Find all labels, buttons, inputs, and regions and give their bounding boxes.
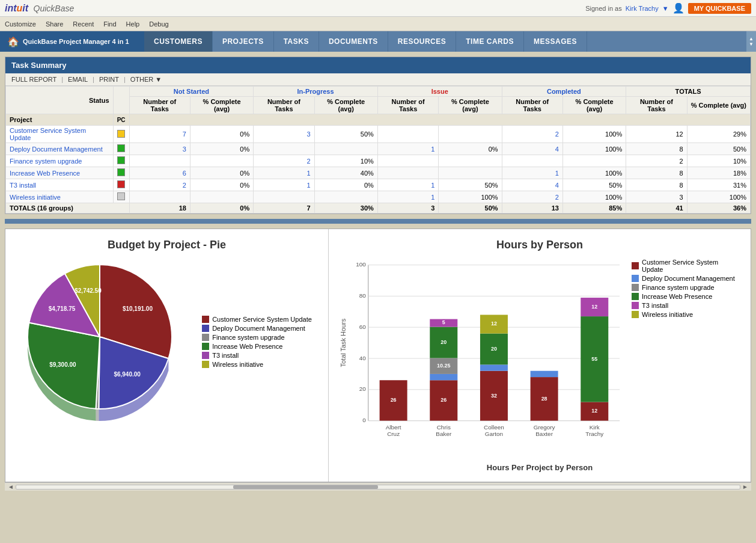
chart-spacer — [5, 224, 751, 229]
svg-text:Trachy: Trachy — [585, 431, 603, 437]
menu-customize[interactable]: Customize — [5, 20, 36, 28]
iss-pct-header: % Complete (avg) — [439, 97, 502, 114]
menu-share[interactable]: Share — [46, 20, 63, 28]
table-row: Wireless initiative 1 100% 2 100% 3 100% — [6, 191, 751, 203]
legend-color — [202, 352, 209, 359]
bar-legend-item: Finance system upgrade — [632, 284, 741, 291]
bar-legend-label: Customer Service System Update — [642, 259, 741, 273]
totals-ip-tasks: 7 — [254, 203, 314, 213]
bar-legend-color — [632, 311, 639, 318]
bar-chart-panel: Hours by Person 020406080100Total Task H… — [329, 229, 751, 482]
table-row: Finance system upgrade 2 10% 2 10% — [6, 155, 751, 167]
svg-text:$9,300.00: $9,300.00 — [49, 361, 76, 368]
username[interactable]: Kirk Trachy — [626, 5, 659, 12]
svg-rect-47 — [531, 371, 558, 377]
svg-text:32: 32 — [491, 393, 497, 399]
totals-ns-pct: 0% — [190, 203, 253, 213]
legend-color — [202, 343, 209, 350]
menu-find[interactable]: Find — [103, 20, 116, 28]
tot-pct-header: % Complete (avg) — [687, 97, 750, 114]
svg-text:100: 100 — [356, 261, 366, 268]
nav-tab-resources[interactable]: RESOURCES — [388, 31, 457, 52]
pie-chart-title: Budget by Project - Pie — [108, 239, 226, 251]
summary-table: Status Not Started In-Progress Issue Com… — [5, 86, 751, 213]
totals-row: TOTALS (16 groups) 18 0% 7 30% 3 50% 13 … — [6, 203, 751, 213]
bar-chart-subtitle: Hours Per Project by Person — [487, 463, 593, 472]
legend-label: Wireless initiative — [212, 361, 263, 368]
vertical-scrollbar[interactable]: ▲ ▼ — [746, 31, 756, 52]
svg-text:80: 80 — [359, 292, 367, 299]
totals-iss-tasks: 3 — [377, 203, 438, 213]
svg-text:Albert: Albert — [386, 424, 401, 431]
legend-color — [202, 361, 209, 368]
legend-item: Customer Service System Update — [202, 316, 312, 323]
menu-debug[interactable]: Debug — [149, 20, 168, 28]
nav-tab-projects[interactable]: PROJECTS — [213, 31, 274, 52]
svg-text:12: 12 — [491, 321, 497, 327]
bar-legend-label: Deploy Document Management — [642, 275, 735, 282]
svg-rect-38 — [480, 364, 508, 370]
svg-text:10.25: 10.25 — [437, 363, 450, 369]
bar-legend: Customer Service System Update Deploy Do… — [632, 259, 741, 463]
nav-tab-timecards[interactable]: TIME CARDS — [456, 31, 524, 52]
bar-legend-label: Wireless initiative — [642, 311, 693, 318]
bar-chart-svg: 020406080100Total Task Hours26AlbertCruz… — [338, 259, 626, 463]
svg-text:Baker: Baker — [436, 431, 452, 437]
svg-text:26: 26 — [391, 397, 397, 403]
bar-legend-color — [632, 284, 639, 291]
scroll-right-arrow[interactable]: ► — [740, 483, 750, 490]
nav-tab-customers[interactable]: CUSTOMERS — [144, 31, 213, 52]
bar-legend-item: Deploy Document Management — [632, 275, 741, 282]
my-quickbase-button[interactable]: MY QUICKBASE — [688, 3, 751, 14]
task-actions-bar: FULL REPORT | EMAIL | PRINT | OTHER ▼ — [5, 73, 751, 86]
legend-item: Wireless initiative — [202, 361, 312, 368]
ns-tasks-header: Number of Tasks — [129, 97, 190, 114]
bar-legend-color — [632, 275, 639, 282]
nav-bar: 🏠 QuickBase Project Manager 4 in 1 CUSTO… — [0, 31, 756, 52]
print-link[interactable]: PRINT — [94, 76, 124, 83]
totals-total-pct: 36% — [687, 203, 750, 213]
totals-label: TOTALS (16 groups) — [6, 203, 130, 213]
other-dropdown[interactable]: OTHER ▼ — [126, 76, 166, 83]
task-summary-panel: Task Summary FULL REPORT | EMAIL | PRINT… — [5, 57, 751, 214]
ip-pct-header: % Complete (avg) — [314, 97, 377, 114]
ip-tasks-header: Number of Tasks — [254, 97, 314, 114]
bar-container: 020406080100Total Task Hours26AlbertCruz… — [338, 259, 741, 463]
ns-pct-header: % Complete (avg) — [190, 97, 253, 114]
legend-color — [202, 316, 209, 323]
nav-tab-tasks[interactable]: TASKS — [274, 31, 319, 52]
horizontal-scrollbar[interactable]: ◄ ► — [5, 482, 751, 491]
svg-text:Total Task Hours: Total Task Hours — [340, 318, 347, 367]
table-row: T3 install 2 0% 1 0% 1 50% 4 50% 8 31% — [6, 179, 751, 191]
totals-iss-pct: 50% — [439, 203, 502, 213]
nav-tab-documents[interactable]: DOCUMENTS — [319, 31, 388, 52]
full-report-link[interactable]: FULL REPORT — [11, 76, 61, 83]
svg-text:$4,718.75: $4,718.75 — [49, 305, 76, 312]
pie-container: $10,191.00$6,940.00$9,300.00$4,718.75$2,… — [22, 259, 312, 427]
svg-text:20: 20 — [359, 385, 367, 392]
chart-separator — [5, 219, 751, 224]
pie-chart-svg: $10,191.00$6,940.00$9,300.00$4,718.75$2,… — [22, 259, 190, 427]
main-content: Task Summary FULL REPORT | EMAIL | PRINT… — [0, 52, 756, 495]
user-dropdown-icon[interactable]: ▼ — [662, 5, 669, 12]
signed-in-label: Signed in as — [585, 5, 622, 12]
menu-recent[interactable]: Recent — [73, 20, 94, 28]
svg-text:Gregory: Gregory — [534, 424, 555, 431]
email-link[interactable]: EMAIL — [63, 76, 93, 83]
svg-text:40: 40 — [359, 355, 367, 361]
bar-legend-label: Finance system upgrade — [642, 284, 714, 291]
svg-text:Kirk: Kirk — [590, 424, 600, 431]
totals-header: TOTALS — [626, 87, 751, 97]
scroll-track[interactable] — [16, 485, 740, 489]
svg-text:$2,742.50: $2,742.50 — [75, 287, 102, 294]
tot-tasks-header: Number of Tasks — [626, 97, 687, 114]
scroll-left-arrow[interactable]: ◄ — [6, 483, 16, 490]
svg-text:12: 12 — [591, 408, 597, 414]
quickbase-text: QuickBase — [34, 4, 75, 13]
menu-help[interactable]: Help — [126, 20, 140, 28]
bar-legend-item: T3 install — [632, 302, 741, 309]
nav-tab-messages[interactable]: MESSAGES — [524, 31, 587, 52]
legend-item: Finance system upgrade — [202, 334, 312, 341]
table-row: Customer Service System Update 7 0% 3 50… — [6, 126, 751, 143]
scroll-thumb[interactable] — [233, 485, 378, 489]
